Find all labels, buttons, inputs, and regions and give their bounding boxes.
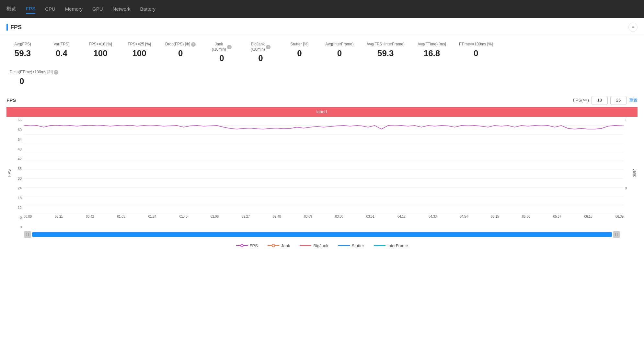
nav-bar: 概览 FPS CPU Memory GPU Network Battery — [0, 0, 644, 18]
nav-item-cpu[interactable]: CPU — [45, 5, 55, 13]
stat-delta-ftime-label: Delta(FTime)>100ms [/h] ? — [10, 70, 58, 75]
legend: FPS Jank BigJank Stutter — [6, 240, 638, 253]
fps-threshold-2-input[interactable] — [610, 96, 627, 104]
stat-avg-fps-value: 59.3 — [15, 48, 31, 58]
fps-gte-label: FPS(>=) — [573, 98, 589, 103]
chart-inner: 00:00 00:21 00:42 01:03 01:24 01:45 02:0… — [24, 117, 624, 229]
collapse-button[interactable]: ▾ — [628, 23, 638, 32]
stats-grid: Avg(FPS) 59.3 Var(FPS) 0.4 FPS>=18 [%] 1… — [10, 42, 634, 63]
stat-delta-ftime: Delta(FTime)>100ms [/h] ? 0 — [10, 70, 634, 86]
stat-avg-ftime-value: 16.8 — [424, 48, 440, 58]
label-bar-text: label1 — [316, 109, 328, 114]
chart-header: FPS FPS(>=) 重置 — [6, 96, 638, 104]
legend-stutter: Stutter — [338, 243, 364, 248]
scroll-track[interactable] — [32, 232, 612, 237]
bigjank-help-icon[interactable]: ? — [266, 45, 270, 49]
svg-rect-14 — [615, 233, 616, 236]
stat-stutter-value: 0 — [297, 48, 302, 58]
svg-rect-13 — [28, 233, 29, 236]
stat-jank-value: 0 — [219, 53, 224, 63]
stat-drop-fps: Drop(FPS) [/h] ? 0 — [165, 42, 196, 58]
stat-avg-fps-interframe: Avg(FPS+InterFrame) 59.3 — [367, 42, 405, 58]
stat-stutter-label: Stutter [%] — [290, 42, 308, 47]
svg-point-19 — [272, 244, 275, 247]
stat-bigjank: BigJank(/10min) ? 0 — [247, 42, 273, 63]
chart-section: FPS FPS(>=) 重置 label1 FPS 66 60 54 48 — [0, 93, 644, 253]
stat-fps-25-label: FPS>=25 [%] — [128, 42, 151, 47]
svg-point-17 — [241, 244, 243, 247]
stat-avg-fps-label: Avg(FPS) — [14, 42, 31, 47]
drop-fps-help-icon[interactable]: ? — [191, 42, 196, 47]
label-bar: label1 — [6, 107, 638, 117]
stat-delta-ftime-value: 0 — [10, 76, 24, 86]
section-title: FPS — [6, 24, 22, 31]
legend-bigjank-label: BigJank — [313, 243, 328, 248]
fps-threshold-1-input[interactable] — [592, 96, 608, 104]
legend-fps: FPS — [236, 243, 258, 248]
stat-ftime-100ms: FTime>=100ms [%] 0 — [459, 42, 493, 58]
svg-rect-15 — [617, 233, 617, 236]
svg-rect-12 — [27, 233, 27, 236]
delta-ftime-help-icon[interactable]: ? — [54, 70, 58, 75]
jank-help-icon[interactable]: ? — [227, 45, 232, 49]
stat-var-fps-label: Var(FPS) — [53, 42, 69, 47]
nav-item-gpu[interactable]: GPU — [92, 5, 103, 13]
stat-avg-fps: Avg(FPS) 59.3 — [10, 42, 36, 58]
stat-bigjank-value: 0 — [258, 53, 263, 63]
scroll-handle-right[interactable] — [613, 231, 620, 238]
stat-bigjank-label: BigJank(/10min) ? — [251, 42, 270, 52]
y-axis-left: 66 60 54 48 42 36 30 24 18 12 6 0 — [12, 117, 24, 229]
stat-fps-18: FPS>=18 [%] 100 — [87, 42, 113, 58]
legend-interframe: InterFrame — [374, 243, 408, 248]
stat-avg-interframe-value: 0 — [337, 48, 342, 58]
nav-item-overview[interactable]: 概览 — [6, 4, 16, 14]
legend-jank-label: Jank — [281, 243, 290, 248]
fps-controls: FPS(>=) 重置 — [573, 96, 638, 104]
stat-avg-fps-interframe-value: 59.3 — [377, 48, 394, 58]
reset-button[interactable]: 重置 — [629, 97, 638, 103]
x-axis: 00:00 00:21 00:42 01:03 01:24 01:45 02:0… — [24, 214, 624, 218]
legend-fps-label: FPS — [250, 243, 258, 248]
section-header: FPS ▾ — [0, 18, 644, 35]
y-axis-jank-label: Jank — [632, 117, 638, 229]
nav-item-memory[interactable]: Memory — [65, 5, 83, 13]
legend-stutter-label: Stutter — [352, 243, 364, 248]
main-content: FPS ▾ Avg(FPS) 59.3 Var(FPS) 0.4 FPS>=18… — [0, 18, 644, 350]
scroll-handle-left[interactable] — [24, 231, 31, 238]
stat-jank: Jank(/10min) ? 0 — [209, 42, 235, 63]
section-title-text: FPS — [10, 24, 22, 31]
stat-avg-ftime: Avg(FTime) [ms] 16.8 — [418, 42, 446, 58]
chart-area: FPS 66 60 54 48 42 36 30 24 18 12 6 0 — [6, 117, 638, 229]
stat-fps-25: FPS>=25 [%] 100 — [126, 42, 152, 58]
stat-ftime-100ms-label: FTime>=100ms [%] — [459, 42, 493, 47]
stat-avg-interframe: Avg(InterFrame) 0 — [325, 42, 353, 58]
nav-item-fps[interactable]: FPS — [26, 4, 35, 14]
stat-drop-fps-label: Drop(FPS) [/h] ? — [165, 42, 196, 47]
stat-fps-18-label: FPS>=18 [%] — [89, 42, 112, 47]
fps-chart-svg — [24, 117, 624, 214]
stat-fps-18-value: 100 — [93, 48, 107, 58]
stats-section: Avg(FPS) 59.3 Var(FPS) 0.4 FPS>=18 [%] 1… — [0, 35, 644, 66]
chart-title: FPS — [6, 97, 16, 103]
y-axis-fps-label: FPS — [6, 117, 12, 229]
stat-drop-fps-value: 0 — [178, 48, 183, 58]
stat-var-fps-value: 0.4 — [56, 48, 67, 58]
stat-avg-interframe-label: Avg(InterFrame) — [325, 42, 353, 47]
legend-bigjank: BigJank — [300, 243, 328, 248]
nav-item-network[interactable]: Network — [113, 5, 131, 13]
y-axis-right: 1 0 — [624, 117, 632, 229]
nav-item-battery[interactable]: Battery — [140, 5, 156, 13]
stat-avg-fps-interframe-label: Avg(FPS+InterFrame) — [367, 42, 405, 47]
stat-fps-25-value: 100 — [132, 48, 146, 58]
legend-jank: Jank — [268, 243, 290, 248]
stat-var-fps: Var(FPS) 0.4 — [49, 42, 75, 58]
scrollbar-container — [6, 229, 638, 240]
stat-jank-label: Jank(/10min) ? — [212, 42, 232, 52]
stat-stutter: Stutter [%] 0 — [286, 42, 312, 58]
stat-ftime-100ms-value: 0 — [474, 48, 478, 58]
stats-row2: Delta(FTime)>100ms [/h] ? 0 — [0, 66, 644, 93]
stat-avg-ftime-label: Avg(FTime) [ms] — [418, 42, 446, 47]
legend-interframe-label: InterFrame — [387, 243, 408, 248]
